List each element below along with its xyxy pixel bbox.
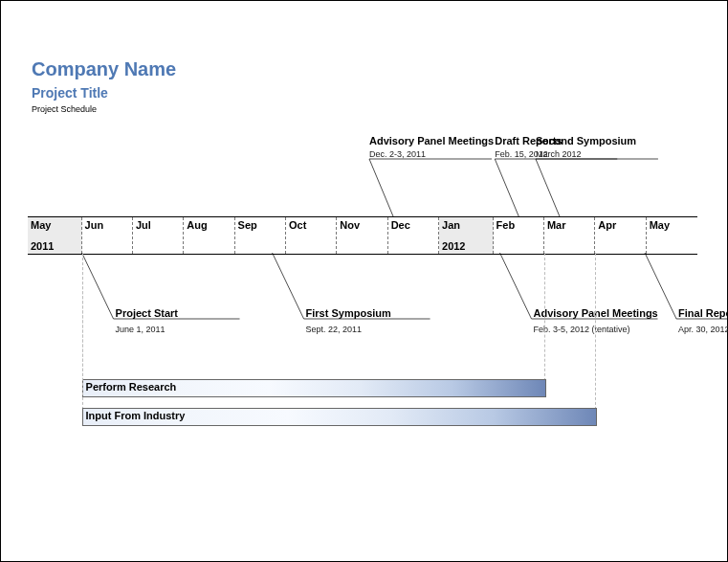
timeline-cell: Jul bbox=[133, 217, 184, 254]
svg-line-9 bbox=[273, 253, 304, 319]
task-label: Input From Industry bbox=[86, 410, 186, 421]
timeline-cell: Apr bbox=[595, 217, 646, 254]
task-guide bbox=[595, 253, 596, 424]
month-label: Jun bbox=[85, 219, 104, 231]
timeline-cell: Mar bbox=[544, 217, 595, 254]
svg-line-5 bbox=[536, 159, 560, 216]
month-label: Oct bbox=[289, 219, 306, 231]
project-subtitle: Project Schedule bbox=[32, 104, 97, 114]
timeline-cell: Oct bbox=[286, 217, 337, 254]
milestone-title: Final Reports bbox=[678, 307, 728, 319]
task-guide bbox=[544, 253, 545, 395]
year-label: 2012 bbox=[442, 240, 465, 252]
svg-line-11 bbox=[500, 253, 532, 319]
milestone-date: Dec. 2-3, 2011 bbox=[369, 149, 426, 159]
year-label: 2011 bbox=[31, 240, 54, 252]
milestone-date: March 2012 bbox=[536, 149, 582, 159]
svg-line-3 bbox=[495, 159, 518, 216]
timeline-cell: Aug bbox=[184, 217, 234, 254]
milestone-date: Apr. 30, 2012 bbox=[678, 325, 728, 334]
month-label: Aug bbox=[187, 219, 207, 231]
month-label: Jan bbox=[442, 219, 460, 231]
milestone-date: Sept. 22, 2011 bbox=[306, 325, 363, 334]
milestone-title: Advisory Panel Meetings bbox=[369, 135, 494, 146]
month-label: May bbox=[31, 219, 51, 231]
timeline-cell: May bbox=[647, 217, 697, 254]
month-label: Jul bbox=[136, 219, 151, 231]
project-title: Project Title bbox=[32, 85, 108, 101]
milestone-title: Second Symposium bbox=[536, 135, 636, 146]
timeline-cell: Nov bbox=[337, 217, 387, 254]
milestone-title: First Symposium bbox=[306, 307, 391, 319]
month-label: Dec bbox=[391, 219, 410, 231]
timeline-axis: May2011JunJulAugSepOctNovDecJan2012FebMa… bbox=[28, 216, 697, 255]
timeline-cell: Jan2012 bbox=[439, 217, 494, 254]
company-name: Company Name bbox=[32, 58, 176, 80]
month-label: May bbox=[650, 219, 670, 231]
month-label: Apr bbox=[598, 219, 616, 231]
timeline-cell: May2011 bbox=[28, 217, 82, 254]
timeline-cell: Jun bbox=[82, 217, 133, 254]
milestone-date: Feb. 3-5, 2012 (tentative) bbox=[534, 325, 630, 334]
milestone-title: Project Start bbox=[116, 307, 178, 319]
month-label: Sep bbox=[238, 219, 257, 231]
timeline-cell: Dec bbox=[388, 217, 439, 254]
month-label: Nov bbox=[340, 219, 360, 231]
task-label: Perform Research bbox=[86, 381, 177, 393]
svg-line-7 bbox=[82, 253, 114, 319]
month-label: Mar bbox=[547, 219, 566, 231]
svg-line-1 bbox=[369, 159, 393, 216]
task-guide bbox=[82, 253, 83, 424]
connector-lines bbox=[1, 1, 728, 562]
milestone-date: June 1, 2011 bbox=[116, 325, 165, 334]
timeline-cell: Sep bbox=[235, 217, 286, 254]
timeline-cell: Feb bbox=[494, 217, 544, 254]
month-label: Feb bbox=[496, 219, 516, 231]
document-page: { "header": { "company": "Company Name",… bbox=[0, 0, 728, 562]
